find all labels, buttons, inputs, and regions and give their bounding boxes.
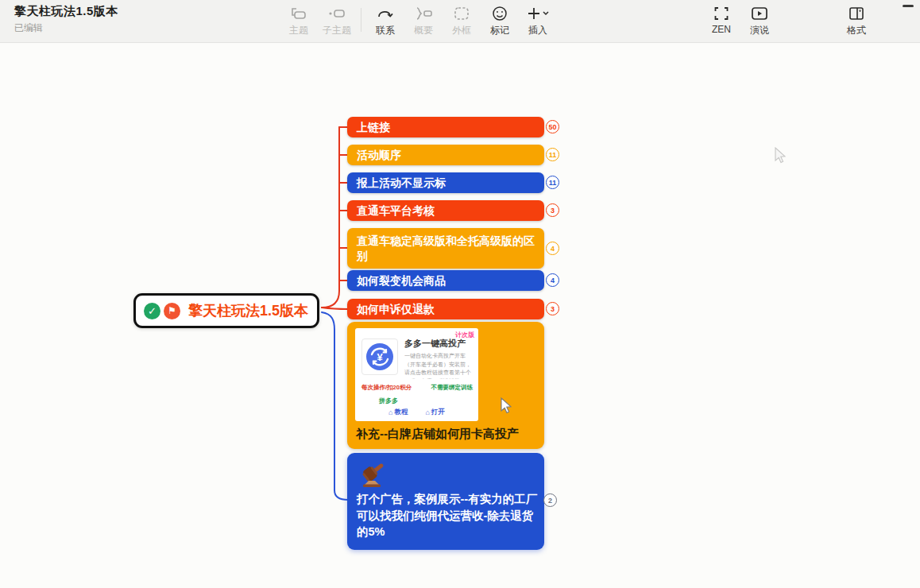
child-count-badge[interactable]: 3	[546, 302, 559, 315]
topic-node-5[interactable]: 直通车稳定高级版和全托高级版的区别	[347, 228, 544, 269]
root-topic-label: 擎天柱玩法1.5版本	[188, 301, 308, 320]
play-icon	[751, 5, 768, 22]
insert-label: 插入	[528, 24, 547, 37]
child-count-badge[interactable]: 2	[543, 493, 557, 507]
home-icon: ⌂	[388, 408, 392, 416]
red-connector	[322, 127, 348, 309]
plugin-logo-frame: ¥	[361, 338, 398, 375]
child-count-badge[interactable]: 11	[546, 148, 559, 161]
boundary-icon	[454, 5, 470, 22]
topic-label: 上链接	[357, 120, 390, 135]
child-count-badge[interactable]: 50	[546, 120, 559, 133]
flag-icon[interactable]: ⚑	[164, 303, 180, 319]
relation-label: 联系	[376, 24, 395, 37]
plugin-platform: 拼多多	[379, 397, 398, 405]
relation-button[interactable]: 联系	[366, 3, 404, 37]
topic-node-6[interactable]: 如何裂变机会商品	[347, 270, 544, 291]
gavel-icon	[360, 462, 390, 491]
plugin-description: 一键自动化卡高投产开车（开车老手必看）安装前，请点击教程链接查看第十个课程的免费…	[404, 352, 474, 379]
toolbar-center: 主题 子主题 联系 概要	[280, 3, 557, 37]
tutorial-link-label: 教程	[395, 408, 408, 417]
blue-connector	[322, 312, 348, 500]
topic-label: 打个广告，案例展示--有实力的工厂可以找我们纯佣代运营收-除去退货的5%	[357, 491, 538, 540]
child-count-badge[interactable]: 3	[546, 203, 559, 217]
open-link[interactable]: ⌂打开	[426, 408, 445, 417]
zen-button[interactable]: ZEN	[702, 3, 740, 35]
summary-label: 概要	[414, 24, 433, 37]
embedded-plugin-card-image: 计次版 ¥ 多多一键高投产 一键自动化卡高投产开车（开车老手必看）安装前，请点击…	[355, 328, 478, 421]
tutorial-link[interactable]: ⌂教程	[388, 408, 408, 417]
mindmap-canvas[interactable]: ✓ ⚑ 擎天柱玩法1.5版本 上链接 活动顺序 报上活动不显示标 直通车平台考核…	[0, 44, 920, 588]
subtopic-icon	[327, 5, 346, 22]
topic-label: 如何裂变机会商品	[357, 273, 446, 288]
topic-label: 如何申诉仅退款	[357, 302, 435, 317]
insert-plus-icon	[526, 5, 550, 22]
summary-icon	[414, 5, 433, 22]
document-status: 已编辑	[14, 21, 118, 35]
topic-node-7[interactable]: 如何申诉仅退款	[347, 299, 544, 319]
format-button[interactable]: 格式	[837, 3, 876, 37]
topic-label: 补充--白牌店铺如何用卡高投产	[356, 427, 537, 442]
topic-node-2[interactable]: 活动顺序	[347, 145, 544, 165]
topic-button[interactable]: 主题	[280, 3, 318, 37]
document-meta: 擎天柱玩法1.5版本 已编辑	[14, 4, 118, 35]
subtopic-label: 子主题	[323, 24, 351, 37]
subtopic-button[interactable]: 子主题	[318, 3, 356, 37]
toolbar-divider	[361, 8, 361, 32]
boundary-button[interactable]: 外框	[443, 3, 481, 37]
home-icon: ⌂	[426, 408, 430, 416]
topic-label: 直通车平台考核	[357, 203, 435, 219]
window-control-dash[interactable]	[903, 5, 914, 7]
zen-label: ZEN	[712, 24, 731, 35]
boundary-label: 外框	[452, 24, 471, 37]
relation-icon	[377, 5, 394, 22]
zen-mode-icon	[713, 5, 729, 22]
yuan-refresh-icon: ¥	[365, 342, 395, 372]
topic-node-3[interactable]: 报上活动不显示标	[347, 172, 544, 193]
plugin-title: 多多一键高投产	[404, 338, 466, 350]
app-toolbar: 擎天柱玩法1.5版本 已编辑 主题 子主题	[0, 0, 920, 43]
root-topic[interactable]: ✓ ⚑ 擎天柱玩法1.5版本	[133, 293, 319, 328]
svg-text:¥: ¥	[377, 351, 383, 363]
plugin-links: ⌂教程 ⌂打开	[355, 408, 478, 417]
child-count-badge[interactable]: 11	[546, 176, 559, 189]
topic-label: 主题	[289, 24, 308, 37]
topic-label: 活动顺序	[357, 148, 401, 163]
child-count-badge[interactable]: 4	[546, 273, 559, 287]
plugin-cost-note: 每次操作/扣20积分	[361, 384, 412, 392]
open-link-label: 打开	[431, 408, 445, 417]
child-count-badge[interactable]: 4	[546, 242, 559, 255]
topic-icon	[290, 5, 307, 22]
topic-label: 直通车稳定高级版和全托高级版的区别	[357, 234, 535, 264]
marker-button[interactable]: 标记	[481, 3, 519, 37]
toolbar-right: ZEN 演说 格式	[702, 3, 876, 37]
summary-button[interactable]: 概要	[404, 3, 443, 37]
topic-node-supplement[interactable]: 计次版 ¥ 多多一键高投产 一键自动化卡高投产开车（开车老手必看）安装前，请点击…	[347, 322, 544, 449]
document-title: 擎天柱玩法1.5版本	[14, 4, 118, 19]
topic-node-ad[interactable]: 打个广告，案例展示--有实力的工厂可以找我们纯佣代运营收-除去退货的5%	[347, 453, 544, 550]
ghost-cursor	[775, 147, 787, 164]
format-label: 格式	[847, 24, 866, 37]
topic-node-4[interactable]: 直通车平台考核	[347, 200, 544, 221]
insert-button[interactable]: 插入	[519, 3, 557, 37]
format-panel-icon	[848, 5, 864, 22]
check-icon[interactable]: ✓	[144, 303, 160, 319]
marker-smiley-icon	[492, 5, 508, 22]
marker-label: 标记	[490, 24, 509, 37]
topic-node-1[interactable]: 上链接	[347, 117, 544, 137]
present-button[interactable]: 演说	[740, 3, 779, 37]
present-label: 演说	[750, 24, 769, 37]
plugin-train-note: 不需要绑定训练	[431, 384, 474, 392]
topic-label: 报上活动不显示标	[357, 176, 446, 191]
